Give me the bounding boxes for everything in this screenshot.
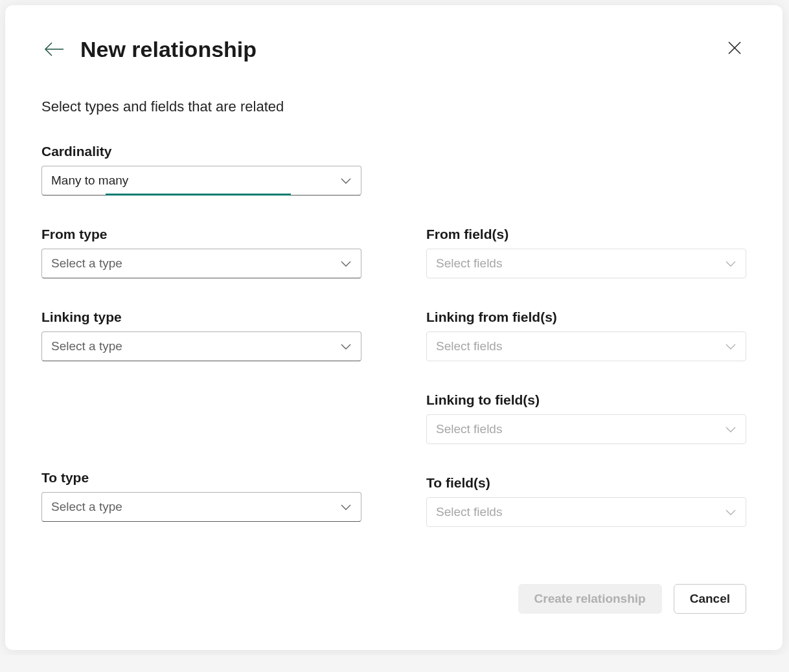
form-right-column: From field(s) Select fields Linking from… <box>426 144 746 558</box>
linking-from-fields-label: Linking from field(s) <box>426 309 746 325</box>
linking-to-fields-select[interactable]: Select fields <box>426 414 746 444</box>
linking-to-fields-label: Linking to field(s) <box>426 392 746 408</box>
cardinality-value: Many to many <box>51 174 340 188</box>
spacer <box>41 392 361 470</box>
create-relationship-button[interactable]: Create relationship <box>518 584 662 614</box>
from-fields-label: From field(s) <box>426 227 746 242</box>
to-type-field: To type Select a type <box>41 470 361 522</box>
linking-type-label: Linking type <box>41 309 361 325</box>
chevron-down-icon <box>340 503 352 511</box>
to-type-label: To type <box>41 470 361 486</box>
from-fields-field: From field(s) Select fields <box>426 227 746 278</box>
chevron-down-icon <box>725 260 737 267</box>
back-button[interactable] <box>41 36 67 62</box>
from-type-label: From type <box>41 227 361 242</box>
form-left-column: Cardinality Many to many From type Selec… <box>41 144 361 558</box>
dialog-subtitle: Select types and fields that are related <box>41 98 746 115</box>
cardinality-select[interactable]: Many to many <box>41 166 361 196</box>
linking-to-fields-field: Linking to field(s) Select fields <box>426 392 746 444</box>
dialog-title: New relationship <box>80 37 257 62</box>
dialog-footer: Create relationship Cancel <box>41 584 746 614</box>
chevron-down-icon <box>340 342 352 350</box>
new-relationship-dialog: New relationship Select types and fields… <box>5 5 783 650</box>
to-type-placeholder: Select a type <box>51 500 340 514</box>
dialog-header: New relationship <box>41 36 746 62</box>
chevron-down-icon <box>725 342 737 350</box>
to-fields-label: To field(s) <box>426 475 746 491</box>
from-fields-placeholder: Select fields <box>436 256 725 271</box>
from-type-select[interactable]: Select a type <box>41 249 361 278</box>
to-type-select[interactable]: Select a type <box>41 492 361 522</box>
chevron-down-icon <box>725 425 737 433</box>
linking-from-fields-field: Linking from field(s) Select fields <box>426 309 746 361</box>
to-fields-field: To field(s) Select fields <box>426 475 746 527</box>
close-button[interactable] <box>723 36 746 60</box>
chevron-down-icon <box>340 177 352 185</box>
cardinality-field: Cardinality Many to many <box>41 144 361 196</box>
linking-type-select[interactable]: Select a type <box>41 331 361 361</box>
to-fields-placeholder: Select fields <box>436 505 725 519</box>
from-type-field: From type Select a type <box>41 227 361 278</box>
to-fields-select[interactable]: Select fields <box>426 497 746 527</box>
linking-from-fields-select[interactable]: Select fields <box>426 331 746 361</box>
linking-type-field: Linking type Select a type <box>41 309 361 361</box>
form-grid: Cardinality Many to many From type Selec… <box>41 144 746 558</box>
cardinality-label: Cardinality <box>41 144 361 159</box>
linking-type-placeholder: Select a type <box>51 339 340 353</box>
from-fields-select[interactable]: Select fields <box>426 249 746 278</box>
close-icon <box>727 40 742 56</box>
chevron-down-icon <box>725 508 737 516</box>
chevron-down-icon <box>340 260 352 267</box>
linking-from-fields-placeholder: Select fields <box>436 339 725 353</box>
from-type-placeholder: Select a type <box>51 256 340 271</box>
arrow-left-icon <box>44 41 65 57</box>
cancel-button[interactable]: Cancel <box>674 584 746 614</box>
linking-to-fields-placeholder: Select fields <box>436 422 725 436</box>
